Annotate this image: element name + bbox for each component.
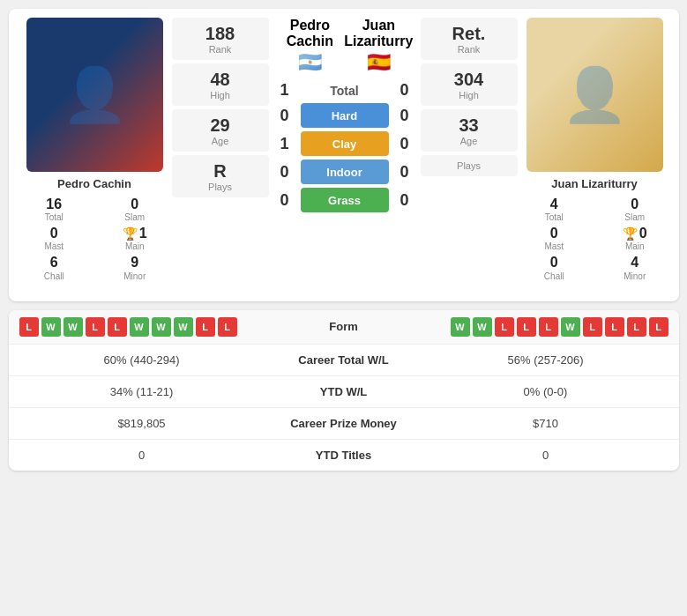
form-badge-right: L: [495, 317, 514, 337]
stats-label: Career Total W/L: [265, 353, 423, 367]
right-side-stats: Ret. Rank 304 High 33 Age Plays: [421, 18, 518, 282]
indoor-button: Indoor: [301, 160, 389, 184]
stats-row: 34% (11-21)YTD W/L0% (0-0): [9, 376, 679, 408]
stats-label: Career Prize Money: [265, 417, 423, 430]
left-player-photo: 👤: [26, 18, 163, 172]
right-high-box: 304 High: [421, 63, 518, 106]
left-total-stat: 16 Total: [18, 196, 92, 223]
trophy-icon-left: 🏆: [123, 226, 138, 241]
right-plays-box: Plays: [421, 155, 518, 176]
left-form: LWWLLWWWLL: [19, 317, 291, 337]
left-minor-stat: 9 Minor: [98, 254, 172, 281]
surface-scores: 0 Hard 0 1 Clay 0 0 Indoor 0 0 Grass: [276, 103, 414, 282]
stats-left-value: 60% (440-294): [19, 353, 265, 367]
grass-button: Grass: [301, 188, 389, 212]
form-badge-left: L: [108, 317, 127, 337]
stats-left-value: 0: [19, 449, 265, 462]
form-badge-left: L: [86, 317, 105, 337]
stats-label: YTD Titles: [265, 449, 423, 462]
form-badge-right: W: [451, 317, 470, 337]
left-header-name: Pedro Cachin 🇦🇷: [276, 18, 345, 74]
form-badge-right: L: [605, 317, 624, 337]
right-age-box: 33 Age: [421, 109, 518, 152]
left-rank-box: 188 Rank: [172, 18, 269, 60]
left-player-card: 👤 Pedro Cachin 16 Total 0 Slam 0 Mast: [18, 18, 172, 282]
form-badge-left: W: [63, 317, 83, 337]
right-mast-stat: 0 Mast: [518, 225, 592, 252]
form-badge-right: L: [517, 317, 536, 337]
right-rank-box: Ret. Rank: [421, 18, 518, 60]
form-badge-right: L: [583, 317, 602, 337]
right-main-stat: 🏆 0 Main: [598, 225, 672, 252]
left-mast-stat: 0 Mast: [18, 225, 92, 252]
stats-right-value: $710: [423, 417, 668, 430]
right-player-name: Juan Lizariturry: [551, 177, 638, 190]
left-chall-stat: 6 Chall: [18, 254, 92, 281]
indoor-row: 0 Indoor 0: [276, 160, 414, 184]
form-badge-left: L: [196, 317, 215, 337]
left-slam-stat: 0 Slam: [98, 196, 172, 223]
form-badge-left: W: [174, 317, 193, 337]
left-player-name: Pedro Cachin: [57, 177, 131, 190]
left-flag: 🇦🇷: [276, 51, 345, 74]
right-player-card: 👤 Juan Lizariturry 4 Total 0 Slam 0 Mast: [518, 18, 672, 282]
right-chall-stat: 0 Chall: [518, 254, 592, 281]
right-player-photo: 👤: [526, 18, 663, 172]
grass-row: 0 Grass 0: [276, 188, 414, 212]
clay-button: Clay: [301, 131, 389, 156]
stats-label: YTD W/L: [265, 385, 423, 398]
form-badge-left: L: [218, 317, 237, 337]
form-badge-right: W: [561, 317, 580, 337]
form-badge-left: L: [19, 317, 39, 337]
hard-row: 0 Hard 0: [276, 103, 414, 128]
form-badge-left: W: [41, 317, 61, 337]
form-badge-right: L: [539, 317, 558, 337]
form-row: LWWLLWWWLL Form WWLLLWLLLL: [9, 310, 679, 345]
right-flag: 🇪🇸: [344, 51, 413, 74]
clay-row: 1 Clay 0: [276, 131, 414, 156]
right-header-name: Juan Lizariturry 🇪🇸: [344, 18, 413, 74]
total-score-row: 1 Total 0: [276, 81, 414, 100]
stats-row: 60% (440-294)Career Total W/L56% (257-20…: [9, 345, 679, 376]
stats-right-value: 56% (257-206): [423, 353, 668, 367]
hard-button: Hard: [301, 103, 389, 128]
stats-row: 0YTD Titles0: [9, 440, 679, 471]
left-age-box: 29 Age: [172, 109, 269, 152]
left-side-stats: 188 Rank 48 High 29 Age R Plays: [172, 18, 269, 282]
left-high-box: 48 High: [172, 63, 269, 106]
bottom-stats-section: LWWLLWWWLL Form WWLLLWLLLL 60% (440-294)…: [9, 310, 679, 471]
right-form: WWLLLWLLLL: [397, 317, 668, 337]
form-badge-right: L: [649, 317, 668, 337]
right-total-stat: 4 Total: [518, 196, 592, 223]
trophy-icon-right: 🏆: [623, 226, 638, 241]
form-badge-left: W: [152, 317, 171, 337]
match-center: Pedro Cachin 🇦🇷 Juan Lizariturry 🇪🇸 1 To…: [269, 18, 421, 282]
right-slam-stat: 0 Slam: [598, 196, 672, 223]
stats-left-value: 34% (11-21): [19, 385, 265, 398]
stats-right-value: 0: [423, 449, 668, 462]
form-badge-left: W: [130, 317, 149, 337]
right-minor-stat: 4 Minor: [598, 254, 672, 281]
form-badge-right: L: [627, 317, 646, 337]
left-plays-box: R Plays: [172, 155, 269, 197]
left-main-stat: 🏆 1 Main: [98, 225, 172, 252]
form-label: Form: [291, 320, 397, 333]
stats-left-value: $819,805: [19, 417, 265, 430]
stats-right-value: 0% (0-0): [423, 385, 668, 398]
form-badge-right: W: [473, 317, 492, 337]
stats-row: $819,805Career Prize Money$710: [9, 408, 679, 440]
